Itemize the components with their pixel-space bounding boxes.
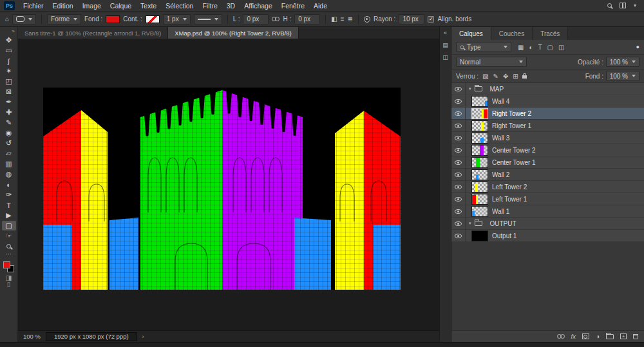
menu-edition[interactable]: Edition <box>48 2 78 10</box>
visibility-toggle[interactable] <box>451 120 466 131</box>
properties-panel-icon[interactable]: ◫ <box>442 54 448 61</box>
filter-toggle-icon[interactable]: ● <box>636 44 639 50</box>
layer-row-map[interactable]: ▾MAP <box>451 83 644 95</box>
new-layer-icon[interactable] <box>620 333 627 339</box>
home-icon[interactable]: ⌂ <box>5 16 9 23</box>
blend-mode-select[interactable]: Normal <box>456 57 527 67</box>
blur-tool[interactable]: ◍ <box>2 169 16 179</box>
adjustment-layer-icon[interactable]: ◑ <box>596 333 600 340</box>
delete-layer-icon[interactable] <box>633 334 638 339</box>
menu-s-lection[interactable]: Sélection <box>161 2 198 10</box>
filter-smart-object-icon[interactable]: ◫ <box>558 44 564 51</box>
chevron-down-icon[interactable]: ▾ <box>469 86 471 91</box>
gear-icon[interactable] <box>364 16 370 23</box>
chevron-down-icon[interactable]: ▾ <box>469 221 471 226</box>
lock-position-icon[interactable]: ✥ <box>503 73 508 80</box>
photoshop-logo[interactable]: Ps <box>4 1 15 10</box>
tool-mode-select[interactable]: Forme <box>47 14 81 24</box>
history-brush-tool[interactable]: ↺ <box>2 138 16 148</box>
layer-row-wall-2[interactable]: Wall 2 <box>451 169 644 181</box>
gradient-tool[interactable]: ▥ <box>2 159 16 169</box>
layer-thumbnail[interactable] <box>472 194 488 204</box>
visibility-toggle[interactable] <box>451 230 466 241</box>
clone-stamp-tool[interactable]: ◉ <box>2 128 16 138</box>
move-tool[interactable]: ✥ <box>2 35 16 45</box>
layer-row-center-tower-1[interactable]: Center Tower 1 <box>451 156 644 169</box>
visibility-toggle[interactable] <box>451 144 466 156</box>
layer-row-left-tower-2[interactable]: Left Tower 2 <box>451 181 644 193</box>
document-tab-xmap-psd[interactable]: XMap.psd @ 100% (Right Tower 2, RVB/8) <box>168 27 298 39</box>
color-swatches[interactable] <box>3 261 14 272</box>
marquee-tool[interactable]: ▭ <box>2 46 16 55</box>
filter-shape-icon[interactable]: ▢ <box>547 44 553 51</box>
menu-3d[interactable]: 3D <box>222 2 240 10</box>
layer-row-output-1[interactable]: Output 1 <box>451 230 644 242</box>
more-tools-icon[interactable]: ⋯ <box>6 251 12 258</box>
visibility-toggle[interactable] <box>451 169 466 180</box>
filter-type-select[interactable]: Type <box>456 42 511 52</box>
layer-thumbnail[interactable] <box>472 145 488 155</box>
visibility-toggle[interactable] <box>451 83 466 95</box>
fill-amount-input[interactable]: 100 % <box>606 71 639 81</box>
visibility-toggle[interactable] <box>451 108 466 119</box>
width-input[interactable]: 0 px <box>243 14 269 24</box>
path-alignment-icon[interactable]: ≡ <box>341 16 345 23</box>
layer-thumbnail[interactable] <box>472 182 488 192</box>
visibility-toggle[interactable] <box>451 95 466 107</box>
layer-row-wall-3[interactable]: Wall 3 <box>451 132 644 144</box>
radius-input[interactable]: 10 px <box>399 14 424 24</box>
layer-row-right-tower-1[interactable]: Right Tower 1 <box>451 120 644 132</box>
layer-thumbnail[interactable] <box>472 133 488 143</box>
document-canvas[interactable] <box>43 88 401 290</box>
zoom-level[interactable]: 100 % <box>23 333 41 340</box>
hand-tool[interactable]: ☞ <box>2 231 16 241</box>
layer-thumbnail[interactable] <box>472 158 488 167</box>
quick-selection-tool[interactable]: ✶ <box>2 66 16 76</box>
visibility-toggle[interactable] <box>451 205 466 217</box>
layer-row-right-tower-2[interactable]: Right Tower 2 <box>451 108 644 120</box>
lock-artboard-icon[interactable]: ⊞ <box>513 73 518 80</box>
healing-brush-tool[interactable]: ✚ <box>2 108 16 117</box>
panel-tab-calques[interactable]: Calques <box>451 27 491 40</box>
lock-transparency-icon[interactable]: ▨ <box>482 73 488 80</box>
crop-tool[interactable]: ◰ <box>2 77 16 86</box>
stroke-swatch[interactable] <box>146 15 160 23</box>
lock-all-icon[interactable] <box>522 75 527 79</box>
expand-panels-icon[interactable]: « <box>444 30 447 36</box>
visibility-toggle[interactable] <box>451 218 466 229</box>
shape-tool[interactable]: ▢ <box>2 221 16 230</box>
type-tool[interactable]: T <box>2 200 16 210</box>
layer-row-wall-4[interactable]: Wall 4 <box>451 95 644 108</box>
layer-row-left-tower-1[interactable]: Left Tower 1 <box>451 193 644 205</box>
tool-preset-picker[interactable] <box>12 14 36 24</box>
search-icon[interactable] <box>607 3 612 8</box>
align-edges-checkbox[interactable]: ✓ <box>428 16 434 23</box>
menu-fichier[interactable]: Fichier <box>19 2 48 10</box>
layer-thumbnail[interactable] <box>472 207 488 216</box>
toolbar-collapse-icon[interactable]: » <box>12 28 17 34</box>
panel-tab-couches[interactable]: Couches <box>491 27 533 40</box>
filter-type-icon[interactable]: T <box>538 44 542 51</box>
status-chevron-icon[interactable]: › <box>142 333 144 340</box>
panel-tab-trac-s[interactable]: Tracés <box>533 27 568 40</box>
eraser-tool[interactable]: ▱ <box>2 149 16 158</box>
foreground-swatch[interactable] <box>3 261 10 268</box>
new-group-icon[interactable] <box>606 334 614 339</box>
stroke-width-select[interactable]: 1 px <box>163 14 191 24</box>
canvas-area[interactable] <box>18 39 439 330</box>
visibility-toggle[interactable] <box>451 193 466 205</box>
visibility-toggle[interactable] <box>451 181 466 192</box>
path-arrangement-icon[interactable]: ≣ <box>348 16 353 23</box>
menu-calque[interactable]: Calque <box>106 2 136 10</box>
layer-row-center-tower-2[interactable]: Center Tower 2 <box>451 144 644 156</box>
eyedropper-tool[interactable]: ✒ <box>2 97 16 107</box>
filter-pixel-icon[interactable]: ▦ <box>518 44 524 51</box>
menu-filtre[interactable]: Filtre <box>198 2 222 10</box>
add-mask-icon[interactable] <box>582 333 589 339</box>
opacity-input[interactable]: 100 % <box>606 57 639 67</box>
path-operations-icon[interactable]: ◧ <box>331 16 337 23</box>
filter-adjustment-icon[interactable]: ◐ <box>529 44 533 51</box>
document-tab-sans[interactable]: Sans titre-1 @ 100% (Rectangle arrondi 1… <box>18 27 168 39</box>
fill-swatch[interactable] <box>106 15 120 23</box>
link-dimensions-icon[interactable] <box>272 17 279 21</box>
